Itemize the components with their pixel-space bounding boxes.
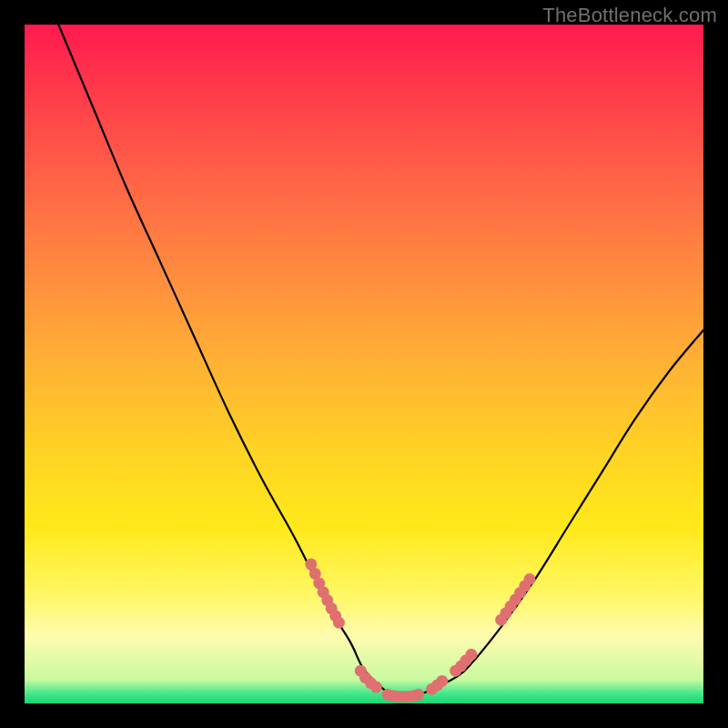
watermark-text: TheBottleneck.com [542,4,717,27]
marker-dot [333,617,345,629]
chart-svg [25,25,703,703]
marker-dot [524,573,536,585]
bottleneck-curve [58,25,703,698]
marker-dot [465,649,477,661]
marker-cluster-layer [305,559,535,703]
marker-dot [412,689,424,701]
marker-dot [436,675,448,687]
chart-frame: TheBottleneck.com [0,0,728,728]
plot-area [25,25,703,703]
curve-layer [58,25,703,698]
marker-dot [370,682,382,693]
